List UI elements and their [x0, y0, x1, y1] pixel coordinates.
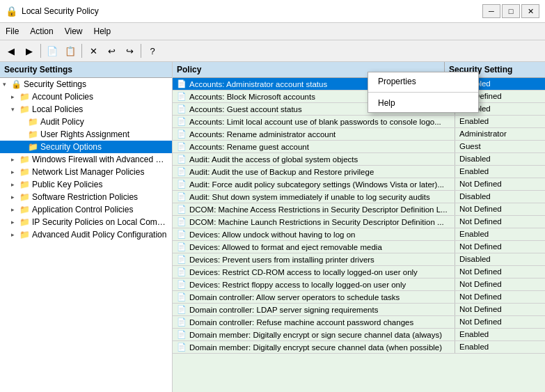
- context-menu: Properties Help: [368, 72, 479, 113]
- table-row[interactable]: 📄 Domain member: Digitally encrypt secur…: [173, 341, 545, 354]
- cell-policy: 📄 Domain controller: Refuse machine acco…: [173, 316, 455, 328]
- policy-icon: 📄: [177, 205, 187, 214]
- table-row[interactable]: 📄 Accounts: Rename guest account Guest: [173, 141, 545, 153]
- table-row[interactable]: 📄 Audit: Force audit policy subcategory …: [173, 178, 545, 191]
- policy-table[interactable]: 📄 Accounts: Administrator account status…: [173, 78, 545, 392]
- help-button[interactable]: ?: [144, 42, 161, 59]
- minimize-button[interactable]: ─: [482, 4, 500, 18]
- menu-action[interactable]: Action: [24, 24, 58, 38]
- cell-policy: 📄 Devices: Restrict floppy access to loc…: [173, 279, 455, 290]
- context-menu-help[interactable]: Help: [368, 94, 478, 112]
- table-row[interactable]: 📄 Accounts: Limit local account use of b…: [173, 116, 545, 128]
- table-row[interactable]: 📄 Audit: Shut down system immediately if…: [173, 191, 545, 203]
- tree-item-software-restriction[interactable]: ▸📁Software Restriction Policies: [0, 191, 172, 203]
- folder-icon: 📁: [19, 180, 30, 189]
- table-row[interactable]: 📄 Devices: Restrict floppy access to loc…: [173, 279, 545, 291]
- tree-item-account-policies[interactable]: ▸📁Account Policies: [0, 91, 172, 103]
- table-row[interactable]: 📄 Domain member: Digitally encrypt or si…: [173, 329, 545, 341]
- cell-policy: 📄 Domain controller: LDAP server signing…: [173, 304, 455, 315]
- cell-setting: Enabled: [455, 341, 545, 353]
- policy-name: Audit: Shut down system immediately if u…: [189, 193, 430, 201]
- right-panel: Policy Security Setting 📄 Accounts: Admi…: [173, 62, 545, 392]
- table-row[interactable]: 📄 Accounts: Administrator account status…: [173, 78, 545, 91]
- policy-icon: 📄: [177, 192, 187, 201]
- cell-policy: 📄 Accounts: Rename administrator account: [173, 128, 455, 140]
- cell-setting: Disabled: [455, 153, 545, 165]
- menu-help[interactable]: Help: [88, 24, 117, 38]
- app-title: Local Security Policy: [22, 6, 478, 16]
- back-button[interactable]: ◀: [3, 42, 19, 59]
- context-menu-properties[interactable]: Properties: [368, 72, 478, 91]
- column-headers: Policy Security Setting: [173, 62, 545, 78]
- table-row[interactable]: 📄 DCOM: Machine Launch Restrictions in S…: [173, 216, 545, 228]
- policy-icon: 📄: [177, 79, 187, 88]
- tree-item-ip-security[interactable]: ▸📁IP Security Policies on Local Compute…: [0, 216, 172, 228]
- policy-name: Domain controller: Refuse machine accoun…: [189, 318, 413, 327]
- tree-item-public-key[interactable]: ▸📁Public Key Policies: [0, 178, 172, 191]
- cell-setting: Not Defined: [455, 216, 545, 228]
- expand-icon: ▸: [11, 93, 19, 100]
- tree-label: Windows Firewall with Advanced Secu…: [32, 155, 169, 164]
- folder-icon: 📁: [19, 230, 30, 240]
- tree-item-windows-firewall[interactable]: ▸📁Windows Firewall with Advanced Secu…: [0, 153, 172, 166]
- tree-container: ▾🔒Security Settings▸📁Account Policies▾📁L…: [0, 78, 172, 241]
- menu-bar: File Action View Help: [0, 23, 545, 40]
- menu-file[interactable]: File: [0, 24, 24, 38]
- table-row[interactable]: 📄 Domain controller: LDAP server signing…: [173, 304, 545, 316]
- table-row[interactable]: 📄 DCOM: Machine Access Restrictions in S…: [173, 203, 545, 216]
- tree-item-user-rights[interactable]: 📁User Rights Assignment: [0, 128, 172, 141]
- cell-policy: 📄 Devices: Allowed to format and eject r…: [173, 241, 455, 253]
- table-row[interactable]: 📄 Accounts: Block Microsoft accounts Not…: [173, 91, 545, 103]
- policy-name: Devices: Allow undock without having to …: [189, 230, 355, 239]
- close-button[interactable]: ✕: [521, 4, 539, 18]
- maximize-button[interactable]: □: [502, 4, 520, 18]
- policy-icon: 📄: [177, 117, 187, 126]
- folder-icon: 📁: [19, 192, 30, 202]
- menu-view[interactable]: View: [59, 24, 88, 38]
- cell-setting: Disabled: [455, 191, 545, 203]
- policy-name: DCOM: Machine Access Restrictions in Sec…: [189, 205, 448, 214]
- expand-icon: ▸: [11, 181, 19, 188]
- export-button[interactable]: ↩: [103, 42, 120, 59]
- cell-setting: Not Defined: [455, 203, 545, 215]
- show-hide-button[interactable]: 📄: [44, 42, 61, 59]
- properties-button[interactable]: 📋: [62, 42, 79, 59]
- delete-button[interactable]: ✕: [85, 42, 102, 59]
- policy-name: Audit: Audit the use of Backup and Resto…: [189, 168, 374, 176]
- tree-item-audit-policy[interactable]: 📁Audit Policy: [0, 116, 172, 128]
- policy-icon: 📄: [177, 230, 187, 239]
- table-row[interactable]: 📄 Domain controller: Refuse machine acco…: [173, 316, 545, 329]
- tree-item-local-policies[interactable]: ▾📁Local Policies: [0, 103, 172, 116]
- table-row[interactable]: 📄 Accounts: Rename administrator account…: [173, 128, 545, 141]
- policy-name: Domain member: Digitally encrypt secure …: [189, 343, 442, 352]
- cell-setting: Not Defined: [455, 316, 545, 328]
- policy-name: Devices: Allowed to format and eject rem…: [189, 243, 382, 251]
- tree-label: Local Policies: [32, 104, 83, 114]
- table-row[interactable]: 📄 Devices: Restrict CD-ROM access to loc…: [173, 266, 545, 279]
- expand-icon: ▸: [11, 168, 19, 175]
- app-icon: 🔒: [6, 6, 17, 17]
- cell-policy: 📄 Domain member: Digitally encrypt or si…: [173, 329, 455, 340]
- tree-item-advanced-audit[interactable]: ▸📁Advanced Audit Policy Configuration: [0, 228, 172, 241]
- table-row[interactable]: 📄 Audit: Audit the access of global syst…: [173, 153, 545, 166]
- policy-icon: 📄: [177, 317, 187, 327]
- cell-setting: Disabled: [455, 253, 545, 265]
- table-row[interactable]: 📄 Devices: Allowed to format and eject r…: [173, 241, 545, 253]
- table-rows-container: 📄 Accounts: Administrator account status…: [173, 78, 545, 354]
- tree-label: Audit Policy: [40, 117, 84, 127]
- tree-item-network-list[interactable]: ▸📁Network List Manager Policies: [0, 166, 172, 178]
- table-row[interactable]: 📄 Devices: Allow undock without having t…: [173, 228, 545, 241]
- import-button[interactable]: ↪: [121, 42, 138, 59]
- main-area: Security Settings ▾🔒Security Settings▸📁A…: [0, 62, 545, 392]
- tree-label: Account Policies: [32, 92, 93, 102]
- table-row[interactable]: 📄 Devices: Prevent users from installing…: [173, 253, 545, 266]
- table-row[interactable]: 📄 Accounts: Guest account status Disable…: [173, 103, 545, 116]
- table-row[interactable]: 📄 Audit: Audit the use of Backup and Res…: [173, 166, 545, 178]
- tree-item-security-settings[interactable]: ▾🔒Security Settings: [0, 78, 172, 91]
- cell-policy: 📄 Audit: Force audit policy subcategory …: [173, 178, 455, 190]
- context-menu-separator: [368, 92, 478, 93]
- tree-item-security-options[interactable]: 📁Security Options: [0, 141, 172, 153]
- tree-item-app-control[interactable]: ▸📁Application Control Policies: [0, 203, 172, 216]
- table-row[interactable]: 📄 Domain controller: Allow server operat…: [173, 291, 545, 304]
- forward-button[interactable]: ▶: [21, 42, 38, 59]
